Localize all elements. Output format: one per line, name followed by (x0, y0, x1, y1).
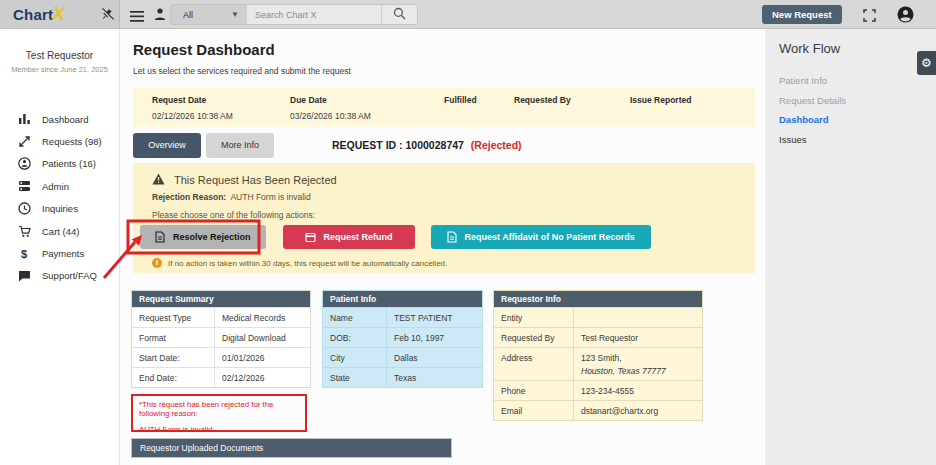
workflow-step-issues[interactable]: Issues (779, 134, 846, 145)
row-value: TEST PATIENT (387, 308, 482, 327)
workflow-title: Work Flow (779, 41, 840, 56)
row-label: Request Type (132, 308, 215, 327)
band-value-request-date: 02/12/2026 10:38 AM (152, 111, 290, 121)
clock-icon (17, 202, 31, 216)
workflow-step-request-details[interactable]: Request Details (779, 95, 846, 106)
request-affidavit-label: Request Affidavit of No Patient Records (465, 232, 635, 242)
row-label: Phone (494, 381, 574, 400)
request-summary-band: Request Date 02/12/2026 10:38 AM Due Dat… (133, 88, 755, 127)
row-value: 123-234-4555 (574, 381, 702, 400)
band-header-fulfilled: Fulfilled (444, 95, 514, 105)
table-title: Request Summary (132, 291, 310, 307)
search-input[interactable] (247, 5, 381, 24)
tab-bar: Overview More Info REQUEST ID : 10000287… (133, 132, 522, 158)
tab-overview[interactable]: Overview (133, 133, 201, 158)
settings-gear-icon[interactable]: ⚙ (917, 51, 936, 75)
sidebar-item-requests[interactable]: Requests (98) (0, 130, 119, 152)
top-bar: Chart X All ▼ New Request (0, 0, 936, 29)
request-summary-table: Request Summary Request Type Medical Rec… (131, 290, 311, 388)
row-label: DOB: (323, 328, 387, 347)
menu-icon[interactable] (130, 8, 145, 21)
fullscreen-icon[interactable] (863, 8, 876, 21)
resolve-rejection-button[interactable]: Resolve Rejection (140, 225, 266, 249)
dollar-icon: $ (17, 247, 31, 261)
table-row: Name TEST PATIENT (323, 307, 482, 327)
sidebar-item-label: Inquiries (42, 203, 78, 214)
sidebar-item-label: Dashboard (42, 114, 88, 125)
rejection-reason-value: AUTH Form is invalid (230, 192, 310, 202)
logo-text-x: X (52, 3, 65, 25)
row-value (574, 308, 702, 327)
sidebar-item-payments[interactable]: $ Payments (0, 242, 119, 264)
workflow-step-dashboard[interactable]: Dashboard (779, 114, 846, 125)
table-row: Request Type Medical Records (132, 307, 310, 327)
sidebar-item-support[interactable]: Support/FAQ (0, 265, 119, 287)
refund-icon (305, 232, 316, 243)
account-avatar-icon[interactable] (897, 6, 914, 23)
patient-icon (17, 157, 31, 171)
row-label: Format (132, 328, 215, 347)
row-label: City (323, 348, 387, 367)
new-request-button[interactable]: New Request (762, 5, 842, 24)
search-scope-select[interactable]: All ▼ (171, 5, 247, 24)
sidebar-item-cart[interactable]: Cart (44) (0, 220, 119, 242)
band-header-due-date: Due Date (290, 95, 444, 105)
user-icon[interactable] (153, 7, 168, 20)
uploaded-documents-header: Requestor Uploaded Documents (131, 438, 452, 458)
row-value: Feb 10, 1997 (387, 328, 482, 347)
rejection-reason-line: Rejection Reason: AUTH Form is invalid (152, 192, 311, 202)
split-arrows-icon (17, 135, 31, 149)
row-label: End Date: (132, 368, 215, 387)
search-scope-value: All (183, 10, 193, 20)
request-refund-label: Request Refund (324, 232, 393, 242)
workflow-panel: Work Flow Patient Info Request Details D… (765, 29, 936, 465)
requestor-info-table: Requestor Info Entity Requested By Test … (493, 290, 703, 421)
table-row: State Texas (323, 367, 482, 387)
table-title: Requestor Info (494, 291, 702, 307)
sidebar-item-label: Cart (44) (42, 226, 79, 237)
rejection-reason-label: Rejection Reason: (152, 192, 226, 202)
row-value: Test Requestor (574, 328, 702, 347)
unpin-sidebar-icon[interactable] (100, 7, 115, 22)
table-row: DOB: Feb 10, 1997 (323, 327, 482, 347)
search-button[interactable] (381, 5, 417, 24)
logo-text-chart: Chart (13, 6, 53, 23)
request-affidavit-button[interactable]: Request Affidavit of No Patient Records (431, 225, 651, 249)
table-row: Format Digital Download (132, 327, 310, 347)
rejected-reason-line1: *This request has been rejected for the … (139, 400, 299, 418)
chevron-down-icon: ▼ (231, 10, 239, 19)
sidebar-item-label: Admin (42, 181, 69, 192)
table-row: Email dstanart@chartx.org (494, 400, 702, 420)
auto-cancel-note: i If no action is taken within 30 days, … (152, 258, 447, 268)
row-label: Email (494, 401, 574, 420)
table-row: City Dallas (323, 347, 482, 367)
row-value: 01/01/2026 (215, 348, 310, 367)
row-value: Dallas (387, 348, 482, 367)
sidebar-nav: Dashboard Requests (98) Patients (16) Ad… (0, 108, 119, 287)
warning-icon (152, 171, 165, 189)
left-sidebar: Test Requestor Member since June 21, 202… (0, 29, 120, 465)
page-title: Request Dashboard (133, 41, 275, 58)
sidebar-item-patients[interactable]: Patients (16) (0, 153, 119, 175)
row-label: Entity (494, 308, 574, 327)
rejection-title: This Request Has Been Rejected (174, 174, 337, 186)
sidebar-item-dashboard[interactable]: Dashboard (0, 108, 119, 130)
sidebar-item-admin[interactable]: Admin (0, 175, 119, 197)
request-refund-button[interactable]: Request Refund (283, 225, 415, 249)
table-row: Start Date: 01/01/2026 (132, 347, 310, 367)
row-value: dstanart@chartx.org (574, 401, 702, 420)
sidebar-user-name: Test Requestor (0, 50, 119, 61)
patient-info-table: Patient Info Name TEST PATIENT DOB: Feb … (322, 290, 483, 388)
row-label: State (323, 368, 387, 387)
tab-more-info[interactable]: More Info (206, 133, 274, 158)
server-icon (17, 179, 31, 193)
workflow-step-patient-info[interactable]: Patient Info (779, 75, 846, 86)
table-row: End Date: 02/12/2026 (132, 367, 310, 387)
table-row: Requested By Test Requestor (494, 327, 702, 347)
row-label: Name (323, 308, 387, 327)
sidebar-item-inquiries[interactable]: Inquiries (0, 198, 119, 220)
global-search: All ▼ (170, 4, 418, 25)
workflow-steps: Patient Info Request Details Dashboard I… (779, 75, 846, 153)
row-value: Digital Download (215, 328, 310, 347)
band-header-requested-by: Requested By (514, 95, 630, 105)
